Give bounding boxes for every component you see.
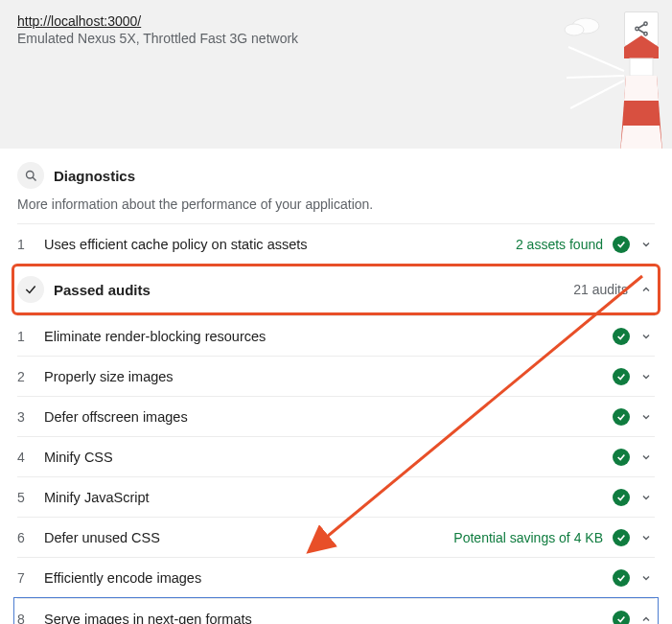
passed-audits-label: Passed audits bbox=[54, 282, 573, 298]
svg-point-1 bbox=[636, 27, 638, 30]
chevron-down-icon[interactable] bbox=[637, 451, 655, 463]
row-index: 3 bbox=[17, 409, 44, 425]
pass-icon bbox=[613, 529, 630, 546]
passed-audits-header[interactable]: Passed audits 21 audits bbox=[17, 266, 655, 312]
magnifier-icon bbox=[17, 162, 44, 189]
diagnostics-title: Diagnostics bbox=[54, 168, 135, 184]
report-header: http://localhost:3000/ Emulated Nexus 5X… bbox=[0, 0, 672, 149]
row-label: Defer unused CSS bbox=[44, 530, 453, 545]
svg-rect-12 bbox=[630, 58, 653, 76]
chevron-down-icon[interactable] bbox=[637, 411, 655, 423]
row-info: Potential savings of 4 KB bbox=[453, 530, 603, 545]
svg-point-2 bbox=[644, 33, 647, 35]
pass-icon bbox=[613, 236, 630, 253]
diagnostics-heading-row: Diagnostics bbox=[17, 149, 655, 193]
svg-line-3 bbox=[638, 25, 644, 29]
diagnostics-subtitle: More information about the performance o… bbox=[17, 193, 655, 223]
svg-point-0 bbox=[644, 22, 647, 25]
audit-row[interactable]: 3Defer offscreen images bbox=[17, 396, 655, 436]
chevron-up-icon[interactable] bbox=[637, 613, 655, 625]
svg-line-4 bbox=[638, 30, 644, 34]
audit-row[interactable]: 1Eliminate render-blocking resources bbox=[17, 315, 655, 356]
svg-line-7 bbox=[568, 47, 624, 71]
row-index: 5 bbox=[17, 490, 44, 505]
chevron-down-icon[interactable] bbox=[637, 492, 655, 503]
chevron-down-icon[interactable] bbox=[637, 331, 655, 342]
row-label: Minify JavaScript bbox=[44, 490, 613, 505]
svg-line-9 bbox=[570, 81, 624, 108]
diagnostics-section: Diagnostics More information about the p… bbox=[0, 149, 672, 624]
chevron-down-icon[interactable] bbox=[637, 532, 655, 543]
pass-icon bbox=[613, 489, 630, 506]
svg-point-13 bbox=[26, 171, 34, 178]
row-index: 8 bbox=[17, 612, 44, 625]
svg-rect-10 bbox=[624, 47, 659, 58]
audit-row[interactable]: 5Minify JavaScript bbox=[17, 476, 655, 517]
chevron-down-icon[interactable] bbox=[637, 572, 655, 584]
row-index: 4 bbox=[17, 450, 44, 465]
row-label: Serve images in next-gen formats bbox=[44, 612, 613, 625]
row-label: Properly size images bbox=[44, 369, 613, 384]
chevron-down-icon[interactable] bbox=[637, 239, 655, 250]
audit-row[interactable]: 6Defer unused CSSPotential savings of 4 … bbox=[17, 517, 655, 557]
svg-line-14 bbox=[33, 177, 35, 180]
row-label: Eliminate render-blocking resources bbox=[44, 329, 613, 344]
chevron-down-icon[interactable] bbox=[637, 371, 655, 382]
passed-audits-count: 21 audits bbox=[573, 282, 628, 297]
audit-row[interactable]: 4Minify CSS bbox=[17, 436, 655, 476]
row-label: Uses efficient cache policy on static as… bbox=[44, 237, 516, 252]
audit-highlight: 8Serve images in next-gen formats bbox=[13, 597, 659, 624]
pass-icon bbox=[613, 368, 630, 385]
row-info: 2 assets found bbox=[516, 237, 603, 252]
report-url-link[interactable]: http://localhost:3000/ bbox=[17, 13, 141, 29]
share-button[interactable] bbox=[624, 12, 659, 46]
row-index: 6 bbox=[17, 530, 44, 545]
row-label: Efficiently encode images bbox=[44, 570, 613, 586]
environment-line: Emulated Nexus 5X, Throttled Fast 3G net… bbox=[17, 31, 655, 46]
pass-icon bbox=[613, 408, 630, 426]
diagnostic-row[interactable]: 1 Uses efficient cache policy on static … bbox=[17, 223, 655, 264]
row-index: 7 bbox=[17, 570, 44, 586]
audit-row[interactable]: 2Properly size images bbox=[17, 356, 655, 396]
row-label: Minify CSS bbox=[44, 450, 613, 465]
pass-icon bbox=[613, 569, 630, 587]
chevron-up-icon[interactable] bbox=[637, 284, 655, 295]
passed-audits-highlight: Passed audits 21 audits bbox=[12, 264, 660, 315]
row-index: 2 bbox=[17, 369, 44, 384]
audit-row[interactable]: 8Serve images in next-gen formats bbox=[17, 598, 655, 624]
pass-icon bbox=[613, 611, 630, 625]
share-icon bbox=[633, 20, 650, 37]
row-index: 1 bbox=[17, 329, 44, 344]
checkmark-icon bbox=[17, 276, 44, 303]
row-label: Defer offscreen images bbox=[44, 409, 613, 425]
row-index: 1 bbox=[17, 237, 44, 252]
pass-icon bbox=[613, 449, 630, 466]
audit-row[interactable]: 7Efficiently encode images bbox=[17, 557, 655, 597]
audit-list: 1Eliminate render-blocking resources2Pro… bbox=[17, 315, 655, 624]
svg-line-8 bbox=[567, 76, 624, 78]
pass-icon bbox=[613, 328, 630, 345]
